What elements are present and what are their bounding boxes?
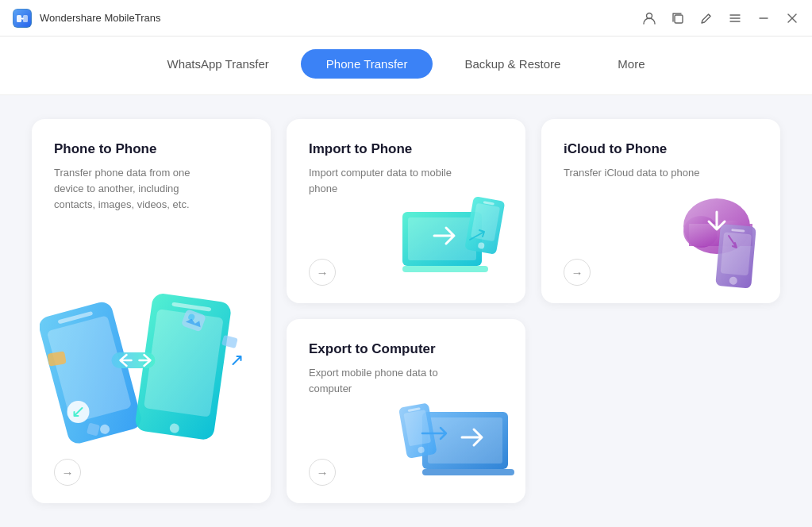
svg-rect-4 bbox=[675, 15, 683, 23]
phone-to-phone-illustration bbox=[40, 257, 263, 448]
import-illustration bbox=[391, 192, 518, 295]
nav-phone-transfer[interactable]: Phone Transfer bbox=[301, 49, 433, 79]
icloud-illustration bbox=[645, 192, 772, 295]
import-to-phone-title: Import to Phone bbox=[309, 141, 503, 157]
close-icon[interactable] bbox=[785, 11, 799, 25]
duplicate-icon[interactable] bbox=[671, 11, 685, 25]
nav-backup-restore[interactable]: Backup & Restore bbox=[439, 49, 586, 79]
export-to-computer-arrow[interactable]: → bbox=[309, 459, 336, 486]
svg-rect-12 bbox=[47, 315, 132, 423]
svg-rect-39 bbox=[721, 232, 752, 275]
icloud-to-phone-arrow[interactable]: → bbox=[564, 259, 591, 286]
svg-rect-2 bbox=[23, 15, 28, 22]
title-bar-left: Wondershare MobileTrans bbox=[13, 9, 160, 28]
phone-to-phone-arrow[interactable]: → bbox=[54, 459, 81, 486]
export-illustration bbox=[391, 392, 518, 495]
svg-rect-43 bbox=[428, 417, 502, 464]
import-to-phone-card[interactable]: Import to Phone Import computer data to … bbox=[287, 119, 525, 303]
svg-rect-29 bbox=[402, 266, 488, 272]
phone-to-phone-title: Phone to Phone bbox=[54, 141, 248, 157]
edit-icon[interactable] bbox=[699, 11, 714, 25]
app-icon bbox=[13, 9, 32, 28]
phone-to-phone-card[interactable]: Phone to Phone Transfer phone data from … bbox=[32, 119, 271, 503]
export-to-computer-card[interactable]: Export to Computer Export mobile phone d… bbox=[287, 319, 525, 503]
nav-bar: WhatsApp Transfer Phone Transfer Backup … bbox=[0, 37, 812, 95]
title-bar: Wondershare MobileTrans bbox=[0, 0, 812, 37]
minimize-icon[interactable] bbox=[756, 11, 771, 25]
nav-whatsapp-transfer[interactable]: WhatsApp Transfer bbox=[141, 49, 294, 79]
import-to-phone-arrow[interactable]: → bbox=[309, 259, 336, 286]
icloud-to-phone-card[interactable]: iCloud to Phone Transfer iCloud data to … bbox=[541, 119, 780, 303]
profile-icon[interactable] bbox=[642, 11, 656, 25]
menu-icon[interactable] bbox=[728, 11, 742, 25]
icloud-to-phone-title: iCloud to Phone bbox=[564, 141, 758, 157]
phone-to-phone-desc: Transfer phone data from one device to a… bbox=[54, 165, 213, 213]
svg-rect-1 bbox=[17, 15, 21, 22]
app-title: Wondershare MobileTrans bbox=[40, 12, 160, 24]
icloud-to-phone-desc: Transfer iCloud data to phone bbox=[564, 165, 722, 181]
main-content: Phone to Phone Transfer phone data from … bbox=[0, 95, 812, 527]
svg-rect-44 bbox=[422, 469, 514, 475]
title-bar-controls bbox=[642, 11, 799, 25]
export-to-computer-title: Export to Computer bbox=[309, 341, 503, 357]
nav-more[interactable]: More bbox=[592, 49, 670, 79]
svg-rect-28 bbox=[408, 217, 476, 260]
